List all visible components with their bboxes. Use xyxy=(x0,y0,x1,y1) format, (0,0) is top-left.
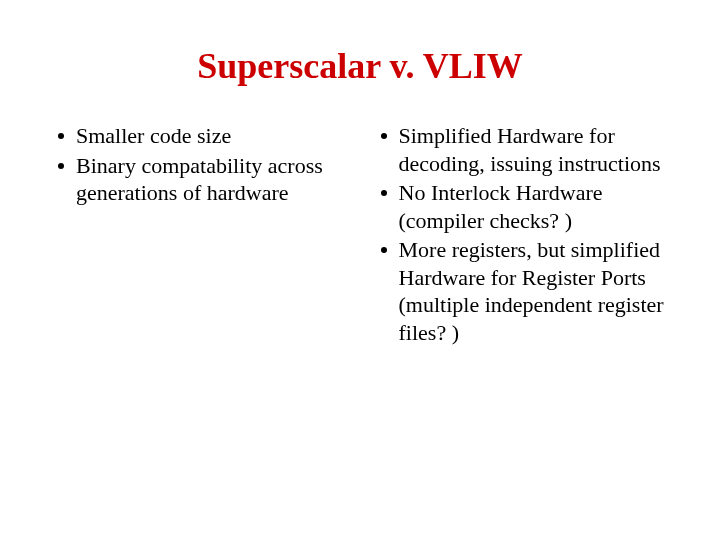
list-item: More registers, but simplified Hardware … xyxy=(373,236,671,346)
list-item: Binary compatability across generations … xyxy=(50,152,348,207)
bullet-icon xyxy=(381,133,387,139)
columns-container: Smaller code size Binary compatability a… xyxy=(50,122,670,348)
list-item: Smaller code size xyxy=(50,122,348,150)
bullet-text: No Interlock Hardware (compiler checks? … xyxy=(399,179,671,234)
slide-title: Superscalar v. VLIW xyxy=(50,45,670,87)
bullet-text: Binary compatability across generations … xyxy=(76,152,348,207)
list-item: Simplified Hardware for decoding, issuin… xyxy=(373,122,671,177)
bullet-icon xyxy=(58,163,64,169)
bullet-text: More registers, but simplified Hardware … xyxy=(399,236,671,346)
bullet-text: Smaller code size xyxy=(76,122,348,150)
left-column: Smaller code size Binary compatability a… xyxy=(50,122,348,348)
right-column: Simplified Hardware for decoding, issuin… xyxy=(373,122,671,348)
slide-container: Superscalar v. VLIW Smaller code size Bi… xyxy=(0,0,720,540)
bullet-icon xyxy=(58,133,64,139)
list-item: No Interlock Hardware (compiler checks? … xyxy=(373,179,671,234)
bullet-text: Simplified Hardware for decoding, issuin… xyxy=(399,122,671,177)
bullet-icon xyxy=(381,247,387,253)
bullet-icon xyxy=(381,190,387,196)
